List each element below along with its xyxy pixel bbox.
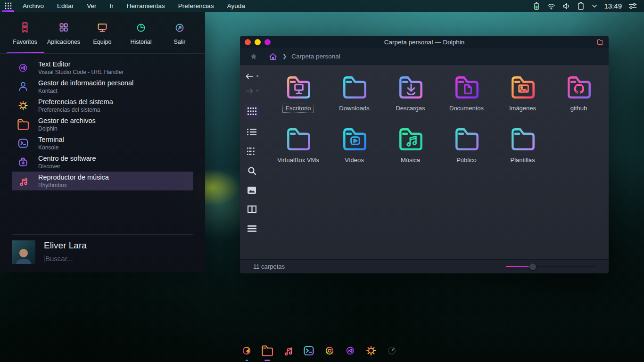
dolphin-sidebar [240,65,264,259]
tab-favoritos[interactable]: Favoritos [6,16,44,53]
dock-settings[interactable] [363,343,379,361]
window-folder-icon [596,38,609,46]
menu-button[interactable] [245,222,259,235]
folder-imagenes[interactable]: Imágenes [495,72,551,123]
music-note-icon [16,173,31,189]
terminal-icon [16,136,31,151]
folder-virtualbox-vms[interactable]: VirtualBox VMs [270,123,326,175]
dock-firefox[interactable] [239,343,254,361]
volume-icon[interactable] [562,2,570,10]
launcher-active-underline [2,10,14,12]
icons-view-button[interactable] [244,104,260,119]
tab-salir[interactable]: Salir [160,16,199,53]
forward-dropdown-icon[interactable] [256,89,259,93]
details-view-button[interactable] [245,126,259,138]
avatar-person-icon [15,247,33,264]
bookmark-star-icon[interactable] [249,52,258,61]
folder-plantillas[interactable]: Plantillas [495,123,551,175]
breadcrumb[interactable]: Carpeta personal [291,53,340,60]
launcher-tabs: Favoritos Aplicaciones Equipo Historial [0,12,205,53]
app-centro-software[interactable]: Centro de softwareDiscover [12,153,193,172]
folder-publico[interactable]: Público [438,123,495,175]
menu-preferencias[interactable]: Preferencias [172,0,221,12]
person-icon [16,79,31,94]
clipboard-icon[interactable] [577,2,585,10]
monitor-icon [95,20,110,35]
app-gestor-archivos[interactable]: Gestor de archivosDolphin [12,115,193,134]
preview-button[interactable] [245,184,259,196]
gear-icon [363,343,379,358]
tweaks-icon[interactable] [628,2,637,10]
user-avatar[interactable] [12,240,35,264]
menu-ver[interactable]: Ver [80,0,103,12]
dock [239,343,399,361]
folder-downloads[interactable]: Downloads [326,72,382,123]
breadcrumb-chevron-icon: ❯ [282,53,287,59]
menu-editar[interactable]: Editar [50,0,80,12]
text-caret [44,255,44,263]
folder-icon [260,343,275,358]
menu-ayuda[interactable]: Ayuda [221,0,252,12]
folder-documentos[interactable]: Documentos [438,72,495,123]
back-button[interactable] [245,73,259,80]
app-launcher-button[interactable] [0,0,16,12]
slider-knob[interactable] [529,263,537,271]
app-preferencias-sistema[interactable]: Preferencias del sistemaPreferencias del… [12,96,193,115]
folder-orange-icon [16,117,31,132]
battery-icon[interactable] [532,2,541,10]
statusbar: 11 carpetas [240,259,609,273]
bookmark-heart-icon [17,20,33,35]
folder-github[interactable]: github [551,72,607,123]
dock-chrome[interactable] [322,343,337,361]
app-kontact[interactable]: Gestor de información personalKontact [12,77,193,96]
location-toolbar: ❯ Carpeta personal [240,48,609,65]
firefox-icon [239,343,254,358]
clock-icon [133,20,149,35]
search-input[interactable] [45,255,177,263]
chevron-down-icon[interactable] [591,3,598,9]
vscode-icon [16,60,31,75]
window-title: Carpeta personal — Dolphin [240,39,609,46]
folder-escritorio[interactable]: Escritorio [270,72,326,123]
tab-equipo[interactable]: Equipo [83,16,122,53]
folder-descargas[interactable]: Descargas [382,72,438,123]
back-dropdown-icon[interactable] [256,74,259,78]
titlebar[interactable]: Carpeta personal — Dolphin [240,36,609,48]
dock-latte-settings[interactable] [384,343,399,361]
menu-archivo[interactable]: Archivo [16,0,50,12]
user-area: Eliver Lara [12,240,193,264]
zoom-slider[interactable] [506,263,595,270]
top-menubar: Archivo Editar Ver Ir Herramientas Prefe… [0,0,644,12]
dock-music-player[interactable] [281,343,296,361]
latte-dock-icon [384,343,399,358]
app-terminal[interactable]: TerminalKonsole [12,134,193,153]
user-divider [12,234,193,235]
chrome-icon [322,343,337,358]
wifi-icon[interactable] [547,2,556,10]
dock-file-manager[interactable] [260,343,275,361]
music-note-icon [281,343,296,358]
vscode-icon [343,343,358,358]
app-reproductor-musica[interactable]: Reproductor de músicaRhythmbox [12,172,193,190]
folder-count: 11 carpetas [253,263,285,270]
user-name: Eliver Lara [44,240,193,251]
folder-videos[interactable]: Vídeos [326,123,382,175]
search-field[interactable] [44,255,193,263]
home-icon[interactable] [268,52,278,61]
menu-herramientas[interactable]: Herramientas [120,0,172,12]
tab-aplicaciones[interactable]: Aplicaciones [44,16,83,53]
app-text-editor[interactable]: Text EditorVisual Studio Code - URL Hand… [12,58,193,77]
app-grid-icon [56,20,71,35]
compact-view-button[interactable] [245,145,259,157]
forward-button[interactable] [245,87,259,95]
tab-historial[interactable]: Historial [122,16,160,53]
clock[interactable]: 13:49 [604,2,622,10]
application-launcher-panel: Favoritos Aplicaciones Equipo Historial [0,12,205,272]
search-button[interactable] [245,165,259,177]
folder-view: Escritorio Downloads Descargas Documento… [264,65,609,259]
dock-vscode[interactable] [343,343,358,361]
folder-musica[interactable]: Música [382,123,438,175]
split-view-button[interactable] [245,203,259,215]
menu-ir[interactable]: Ir [103,0,120,12]
dock-terminal[interactable] [301,343,316,361]
